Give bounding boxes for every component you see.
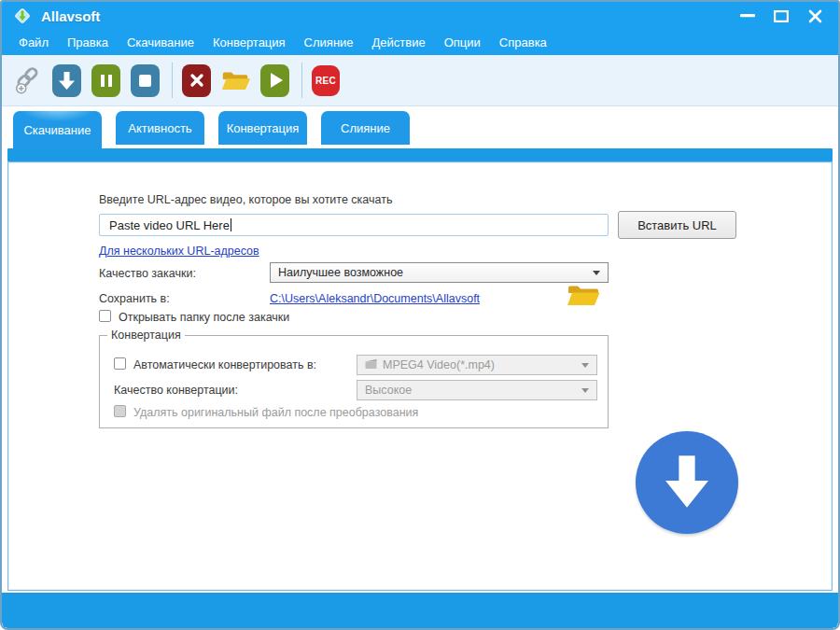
tab-strip <box>7 148 833 161</box>
download-quality-label: Качество закачки: <box>99 267 196 280</box>
save-path-link[interactable]: C:\Users\Aleksandr\Documents\Allavsoft <box>270 292 480 305</box>
delete-original-checkbox <box>114 405 126 417</box>
menu-convert[interactable]: Конвертация <box>203 33 295 52</box>
toolbar-separator <box>172 63 173 98</box>
save-to-label: Сохранить в: <box>99 292 170 305</box>
tab-activity[interactable]: Активность <box>116 111 204 145</box>
delete-icon[interactable] <box>182 64 211 97</box>
auto-convert-label: Автоматически конвертировать в: <box>133 358 316 371</box>
url-input[interactable]: Paste video URL Here <box>99 214 609 236</box>
close-button[interactable] <box>805 7 825 25</box>
toolbar: REC <box>2 55 838 106</box>
text-caret <box>231 218 231 231</box>
add-url-link-icon[interactable] <box>13 64 42 97</box>
chevron-down-icon <box>581 388 589 393</box>
delete-original-label: Удалять оригинальный файл после преобраз… <box>133 406 418 419</box>
download-panel: Введите URL-адрес видео, которое вы хоти… <box>7 161 833 591</box>
title-bar: Allavsoft <box>2 2 838 30</box>
download-icon[interactable] <box>52 64 81 97</box>
conversion-groupbox: Конвертация Автоматически конвертировать… <box>99 335 609 428</box>
multiple-urls-link[interactable]: Для нескольких URL-адресов <box>99 245 259 258</box>
conversion-quality-label: Качество конвертации: <box>114 384 238 397</box>
content-outer: Введите URL-адрес видео, которое вы хоти… <box>2 161 838 593</box>
url-input-value: Paste video URL Here <box>109 218 230 232</box>
tab-zone: Скачивание Активность Конвертация Слияни… <box>2 106 838 161</box>
big-download-button[interactable] <box>636 431 738 534</box>
maximize-button[interactable] <box>771 7 791 25</box>
open-folder-after-checkbox[interactable] <box>99 310 111 322</box>
open-folder-icon[interactable] <box>221 64 250 97</box>
url-prompt-label: Введите URL-адрес видео, которое вы хоти… <box>99 193 392 206</box>
menu-file[interactable]: Файл <box>9 33 58 52</box>
menu-help[interactable]: Справка <box>490 33 556 52</box>
browse-folder-icon[interactable] <box>567 284 600 310</box>
chevron-down-icon <box>593 271 600 275</box>
window-controls <box>737 7 825 25</box>
tab-convert[interactable]: Конвертация <box>218 111 307 145</box>
download-quality-dropdown[interactable]: Наилучшее возможное <box>270 262 609 283</box>
toolbar-separator <box>301 63 302 98</box>
menu-edit[interactable]: Правка <box>58 33 118 52</box>
conversion-quality-dropdown: Высокое <box>357 380 597 400</box>
open-folder-after-label: Открывать папку после закачки <box>119 311 289 324</box>
conversion-group-title: Конвертация <box>107 329 185 342</box>
status-bar <box>2 593 838 628</box>
menu-action[interactable]: Действие <box>363 33 435 52</box>
video-format-icon <box>365 358 377 372</box>
minimize-button[interactable] <box>737 7 758 25</box>
app-logo-icon <box>13 7 32 25</box>
tab-download[interactable]: Скачивание <box>13 111 102 148</box>
auto-convert-checkbox[interactable] <box>114 357 126 370</box>
chevron-down-icon <box>581 363 589 368</box>
play-convert-icon[interactable] <box>260 64 289 97</box>
paste-url-button[interactable]: Вставить URL <box>618 211 736 239</box>
convert-format-dropdown: MPEG4 Video(*.mp4) <box>357 355 597 375</box>
rec-label: REC <box>315 76 336 86</box>
tab-bar: Скачивание Активность Конвертация Слияни… <box>7 106 833 148</box>
stop-icon[interactable] <box>131 64 160 97</box>
tab-merge[interactable]: Слияние <box>321 111 410 145</box>
pause-icon[interactable] <box>91 64 120 97</box>
menu-download[interactable]: Скачивание <box>118 33 203 52</box>
menu-options[interactable]: Опции <box>435 33 490 52</box>
record-button[interactable]: REC <box>312 65 340 96</box>
menu-bar: Файл Правка Скачивание Конвертация Слиян… <box>2 30 838 55</box>
app-window: Allavsoft Файл Правка Скачивание Конверт… <box>0 0 840 630</box>
download-arrow-icon <box>665 455 708 510</box>
menu-merge[interactable]: Слияние <box>295 33 363 52</box>
window-title: Allavsoft <box>41 8 100 24</box>
